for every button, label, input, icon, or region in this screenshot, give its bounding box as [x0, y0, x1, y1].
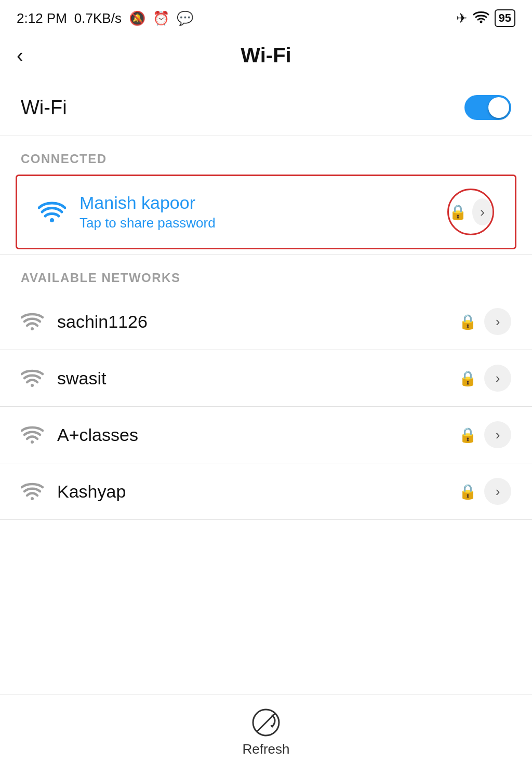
wifi-icon-1: [21, 369, 44, 387]
connected-network-right: 🔒 ›: [447, 189, 494, 235]
network-name-0: sachin1126: [57, 312, 148, 332]
connected-chevron-button[interactable]: ›: [472, 198, 493, 225]
mute-icon: 🔕: [129, 10, 145, 26]
connected-network-row[interactable]: Manish kapoor Tap to share password 🔒 ›: [16, 175, 516, 249]
speed-label: 0.7KB/s: [74, 10, 122, 26]
connected-network-info: Manish kapoor Tap to share password: [79, 193, 216, 231]
wifi-icon-3: [21, 482, 44, 501]
chevron-button-1[interactable]: ›: [484, 365, 511, 392]
svg-point-3: [31, 384, 34, 387]
chevron-right-icon-2: ›: [496, 428, 500, 441]
wifi-toggle-row: Wi-Fi: [0, 79, 532, 136]
svg-point-5: [31, 497, 34, 500]
refresh-icon: [250, 707, 282, 738]
chevron-right-icon-0: ›: [496, 315, 500, 328]
status-right: ✈ 95: [456, 9, 515, 27]
time-label: 2:12 PM: [17, 10, 67, 26]
network-left-2: A+classes: [21, 425, 138, 445]
toggle-thumb: [488, 97, 509, 118]
battery-label: 95: [495, 9, 515, 27]
chevron-right-icon-3: ›: [496, 485, 500, 498]
avail-right-0: 🔒 ›: [459, 308, 511, 335]
wifi-icon-0: [21, 312, 44, 331]
available-section-label: AVAILABLE NETWORKS: [0, 255, 532, 293]
chevron-right-icon-1: ›: [496, 371, 500, 385]
back-button[interactable]: ‹: [17, 46, 23, 65]
chevron-button-0[interactable]: ›: [484, 308, 511, 335]
available-network-row-1[interactable]: swasit 🔒 ›: [0, 350, 532, 406]
lock-icon-2: 🔒: [459, 426, 477, 444]
available-network-row-2[interactable]: A+classes 🔒 ›: [0, 407, 532, 463]
red-circle-annotation: 🔒 ›: [447, 189, 494, 235]
svg-point-2: [31, 327, 34, 330]
wifi-icon-2: [21, 425, 44, 444]
network-name-2: A+classes: [57, 425, 138, 445]
available-network-row-3[interactable]: Kashyap 🔒 ›: [0, 463, 532, 519]
page-header: ‹ Wi-Fi: [0, 33, 532, 79]
whatsapp-icon: 💬: [177, 10, 193, 26]
avail-right-1: 🔒 ›: [459, 365, 511, 392]
connected-section-label: CONNECTED: [0, 136, 532, 175]
network-name-3: Kashyap: [57, 481, 126, 502]
wifi-toggle-label: Wi-Fi: [21, 97, 67, 119]
network-name-1: swasit: [57, 368, 106, 389]
avail-right-2: 🔒 ›: [459, 421, 511, 448]
avail-right-3: 🔒 ›: [459, 478, 511, 505]
page-title: Wi-Fi: [241, 44, 291, 67]
refresh-label: Refresh: [242, 741, 289, 757]
available-network-row-0[interactable]: sachin1126 🔒 ›: [0, 293, 532, 350]
lock-icon-3: 🔒: [459, 483, 477, 500]
connected-network-left: Manish kapoor Tap to share password: [38, 193, 216, 231]
chevron-button-3[interactable]: ›: [484, 478, 511, 505]
airplane-icon: ✈: [456, 10, 468, 26]
svg-point-0: [480, 20, 482, 23]
status-left: 2:12 PM 0.7KB/s 🔕 ⏰ 💬: [17, 10, 193, 26]
divider-6: [0, 519, 532, 520]
chevron-right-icon: ›: [480, 205, 485, 219]
wifi-status-icon: [473, 10, 489, 27]
connected-network-sub: Tap to share password: [79, 215, 216, 231]
connected-network-name: Manish kapoor: [79, 193, 216, 213]
svg-point-4: [31, 440, 34, 444]
refresh-bar[interactable]: Refresh: [0, 694, 532, 776]
connected-wifi-icon: [38, 200, 66, 223]
svg-point-1: [50, 218, 54, 222]
network-left-1: swasit: [21, 368, 106, 389]
network-left-0: sachin1126: [21, 312, 148, 332]
network-left-3: Kashyap: [21, 481, 126, 502]
lock-icon-0: 🔒: [459, 313, 477, 330]
alarm-icon: ⏰: [153, 10, 169, 26]
svg-line-7: [257, 714, 275, 731]
connected-lock-icon: 🔒: [449, 204, 467, 221]
status-bar: 2:12 PM 0.7KB/s 🔕 ⏰ 💬 ✈ 95: [0, 0, 532, 33]
chevron-button-2[interactable]: ›: [484, 421, 511, 448]
lock-icon-1: 🔒: [459, 370, 477, 387]
wifi-toggle-switch[interactable]: [464, 95, 511, 120]
